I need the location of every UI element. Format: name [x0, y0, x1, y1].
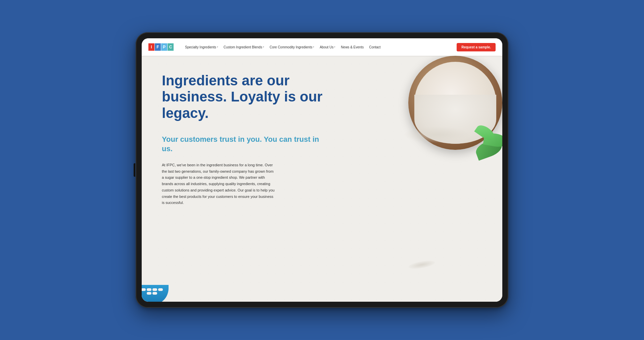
pills-in-bowl: [142, 288, 164, 295]
hero-headline: Ingredients are our business. Loyalty is…: [162, 73, 327, 121]
hero-body-text: At IFPC, we've been in the ingredient bu…: [162, 162, 276, 206]
tablet-device: I F P C Specialty Ingredients ▾ Custom I…: [136, 32, 508, 308]
logo-letter-f: F: [155, 43, 161, 51]
navbar: I F P C Specialty Ingredients ▾ Custom I…: [142, 38, 502, 56]
nav-item-core[interactable]: Core Commodity Ingredients ▾: [268, 44, 316, 50]
logo-letter-i: I: [148, 43, 154, 51]
nav-item-about[interactable]: About Us ▾: [318, 44, 337, 50]
pill: [152, 292, 157, 295]
blue-bowl-shape: [142, 285, 169, 302]
tablet-screen: I F P C Specialty Ingredients ▾ Custom I…: [142, 38, 502, 302]
chevron-down-icon: ▾: [334, 46, 335, 48]
hero-left-content: Ingredients are our business. Loyalty is…: [142, 56, 340, 302]
logo-letter-p: P: [161, 43, 167, 51]
chevron-down-icon: ▾: [263, 46, 264, 48]
pill: [158, 288, 163, 291]
nav-links: Specialty Ingredients ▾ Custom Ingredien…: [183, 43, 496, 51]
logo-letter-c: C: [168, 43, 174, 51]
pill: [147, 288, 151, 291]
powder-spill: [403, 126, 470, 143]
nav-item-specialty[interactable]: Specialty Ingredients ▾: [183, 44, 220, 50]
hero-section: Ingredients are our business. Loyalty is…: [142, 56, 502, 302]
hero-subheading: Your customers trust in you. You can tru…: [162, 135, 327, 154]
request-sample-button[interactable]: Request a sample.: [457, 43, 496, 51]
nav-item-contact[interactable]: Contact: [367, 44, 382, 50]
chevron-down-icon: ▾: [217, 46, 218, 48]
hero-right-visual: [340, 56, 502, 302]
logo[interactable]: I F P C: [148, 43, 174, 51]
blue-bowl-decoration: [142, 282, 169, 302]
pill: [152, 288, 157, 291]
tablet-side-button: [134, 163, 135, 177]
nav-item-news[interactable]: News & Events: [339, 44, 365, 50]
chevron-down-icon: ▾: [313, 46, 314, 48]
pill: [147, 292, 151, 295]
scattered-powder: [408, 259, 435, 270]
bowl-image: [398, 56, 502, 163]
nav-item-custom[interactable]: Custom Ingredient Blends ▾: [222, 44, 266, 50]
pill: [142, 288, 146, 291]
